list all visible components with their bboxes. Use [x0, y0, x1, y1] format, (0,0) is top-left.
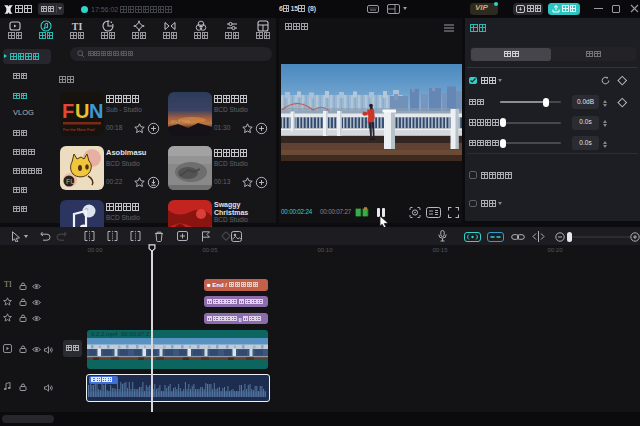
svg-text:MILK TEA: MILK TEA [171, 119, 190, 124]
svg-text:For the More Fun!: For the More Fun! [63, 127, 95, 132]
svg-text:U: U [75, 100, 89, 122]
svg-text:N: N [89, 100, 103, 122]
svg-text:FU: FU [66, 178, 75, 185]
svg-text:F: F [62, 100, 74, 122]
svg-text:TI: TI [72, 21, 83, 32]
